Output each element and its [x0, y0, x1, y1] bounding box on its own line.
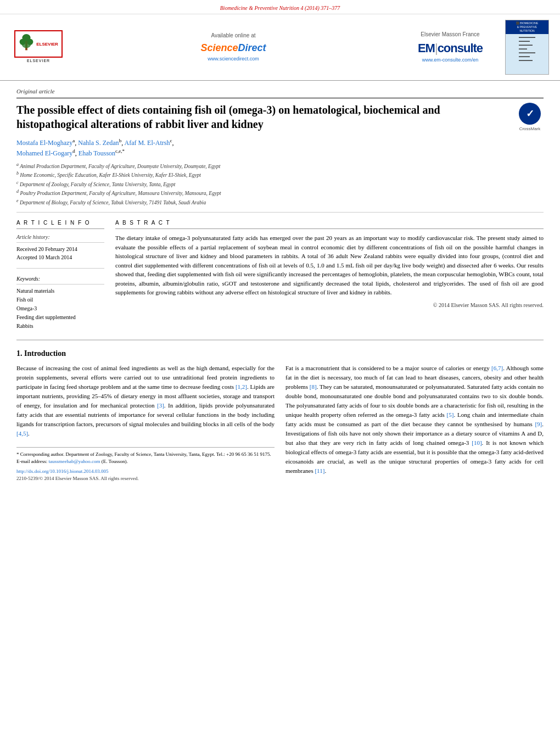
intro-two-col: Because of increasing the cost of animal…	[16, 364, 544, 482]
thumbnail-journal-text: ⬛ BIOMEDICINE& PREVENTIVENUTRITION	[516, 21, 538, 32]
received-date: Received 20 February 2014	[16, 245, 104, 253]
ref-10[interactable]: [10]	[472, 439, 481, 446]
em-logo: EM|consulte	[401, 40, 500, 57]
sciencedirect-logo[interactable]: ScienceDirect	[71, 41, 395, 55]
intro-right: Fat is a macronutrient that is considere…	[285, 364, 544, 482]
sciencedirect-label2: Direct	[238, 42, 266, 53]
crossmark-icon: ✓	[519, 103, 541, 125]
affiliations: a Animal Production Department, Faculty …	[16, 161, 544, 213]
intro-right-text: Fat is a macronutrient that is considere…	[285, 364, 544, 476]
crossmark-label: CrossMark	[519, 126, 541, 132]
thumbnail-content: ▬▬▬▬▬▬▬▬▬▬▬▬▬▬▬▬▬▬▬▬▬▬▬▬▬▬▬▬▬▬▬▬▬	[518, 34, 536, 63]
thumbnail-header: ⬛ BIOMEDICINE& PREVENTIVENUTRITION	[506, 20, 548, 34]
ref-9[interactable]: [9]	[535, 421, 542, 427]
page-wrapper: Biomedicine & Preventive Nutrition 4 (20…	[0, 0, 560, 493]
article-info-label: A R T I C L E I N F O	[16, 219, 104, 229]
introduction-section: 1. Introduction Because of increasing th…	[16, 348, 544, 482]
authors: Mostafa El-Moghazya, Nahla S. Zedanb, Af…	[16, 137, 544, 158]
header-elsevier-masson: Elsevier Masson France EM|consulte www.e…	[401, 31, 500, 64]
masson-title: Elsevier Masson France	[401, 31, 500, 38]
info-divider	[16, 268, 104, 269]
footnote-section: * Corresponding author. Department of Zo…	[16, 447, 275, 482]
ref-3[interactable]: [3]	[157, 402, 164, 409]
affiliation-c: c Department of Zoology, Faculty of Scie…	[16, 180, 544, 188]
author-zedan[interactable]: Nahla S. Zedan	[78, 139, 119, 147]
affiliation-e: e Department of Biology, Faculty of Scie…	[16, 198, 544, 207]
affiliation-a: a Animal Production Department, Faculty …	[16, 161, 544, 170]
journal-header: ELSEVIER ELSEVIER Available online at Sc…	[0, 14, 560, 81]
author-moghazy[interactable]: Mostafa El-Moghazy	[16, 139, 72, 147]
journal-thumbnail: ⬛ BIOMEDICINE& PREVENTIVENUTRITION ▬▬▬▬▬…	[505, 20, 549, 75]
svg-point-5	[22, 40, 31, 48]
abstract-col: A B S T R A C T The dietary intake of om…	[115, 219, 544, 331]
sciencedirect-url[interactable]: www.sciencedirect.com	[71, 55, 395, 63]
ref-4-5[interactable]: [4,5]	[16, 430, 28, 437]
main-divider	[16, 339, 544, 341]
abstract-label: A B S T R A C T	[115, 219, 544, 229]
keyword-2: Fish oil	[16, 295, 104, 304]
article-info-col: A R T I C L E I N F O Article history: R…	[16, 219, 104, 331]
intro-left-text: Because of increasing the cost of animal…	[16, 364, 275, 438]
info-abstract-section: A R T I C L E I N F O Article history: R…	[16, 219, 544, 331]
keyword-4: Feeding diet supplemented	[16, 313, 104, 322]
history-label: Article history:	[16, 233, 104, 243]
ref-8[interactable]: [8]	[310, 383, 317, 390]
author-elatrsh[interactable]: Afaf M. El-Atrsh	[124, 139, 170, 147]
footnote-star: * Corresponding author. Department of Zo…	[16, 451, 275, 459]
article-title-row: The possible effect of diets containing …	[16, 103, 544, 132]
keyword-5: Rabbits	[16, 322, 104, 331]
em-consulte: consulte	[438, 41, 483, 55]
ref-6-7[interactable]: [6,7]	[491, 365, 503, 371]
intro-title: 1. Introduction	[16, 348, 544, 359]
footnote-email-line: E-mail address: taussmeehab@yahoo.com (E…	[16, 458, 275, 466]
email-person: (E. Tousson).	[100, 459, 128, 464]
ref-1-2[interactable]: [1,2]	[236, 383, 247, 390]
sciencedirect-label: Science	[200, 42, 238, 53]
affiliation-d: d Poultry Production Department, Faculty…	[16, 188, 544, 197]
affiliation-b: b Home Economic, Specific Education, Kaf…	[16, 170, 544, 179]
article-title: The possible effect of diets containing …	[16, 103, 505, 131]
doi-link[interactable]: http://dx.doi.org/10.1016/j.bionut.2014.…	[16, 468, 275, 475]
elsevier-text: ELSEVIER	[36, 41, 58, 47]
elsevier-box: ELSEVIER	[14, 30, 63, 58]
ref-5b[interactable]: [5]	[447, 411, 454, 418]
available-text: Available online at	[71, 32, 395, 40]
keywords-label: Keywords:	[16, 275, 104, 284]
intro-number: 1.	[16, 349, 23, 358]
elsevier-label: ELSEVIER	[27, 58, 50, 64]
keywords-section: Keywords: Natural materials Fish oil Ome…	[16, 275, 104, 331]
rights-line: 2210-5239/© 2014 Elsevier Masson SAS. Al…	[16, 475, 275, 482]
header-center: Available online at ScienceDirect www.sc…	[71, 32, 395, 62]
article-type: Original article	[16, 87, 544, 98]
article-history: Article history: Received 20 February 20…	[16, 233, 104, 261]
author-gogary[interactable]: Mohamed El-Gogary	[16, 149, 72, 157]
elsevier-logo: ELSEVIER ELSEVIER	[11, 30, 66, 64]
abstract-text: The dietary intake of omega-3 polyunsatu…	[115, 233, 544, 297]
ref-11[interactable]: [11]	[315, 467, 324, 474]
copyright-line: © 2014 Elsevier Masson SAS. All rights r…	[115, 302, 544, 309]
elsevier-tree-icon	[19, 34, 34, 54]
top-bar: Biomedicine & Preventive Nutrition 4 (20…	[0, 0, 560, 14]
journal-name: Biomedicine & Preventive Nutrition 4 (20…	[220, 5, 340, 11]
email-link[interactable]: taussmeehab@yahoo.com	[48, 459, 100, 464]
intro-heading: Introduction	[24, 349, 66, 358]
em-em: EM	[418, 41, 435, 55]
accepted-date: Accepted 10 March 2014	[16, 253, 104, 261]
keyword-3: Omega-3	[16, 304, 104, 313]
em-url[interactable]: www.em-consulte.com/en	[401, 57, 500, 64]
intro-left: Because of increasing the cost of animal…	[16, 364, 275, 482]
main-content: Original article The possible effect of …	[0, 81, 560, 493]
email-label: E-mail address:	[16, 459, 48, 464]
author-tousson[interactable]: Ehab Tousson	[79, 149, 115, 157]
crossmark-badge[interactable]: ✓ CrossMark	[516, 103, 544, 132]
keyword-1: Natural materials	[16, 287, 104, 295]
